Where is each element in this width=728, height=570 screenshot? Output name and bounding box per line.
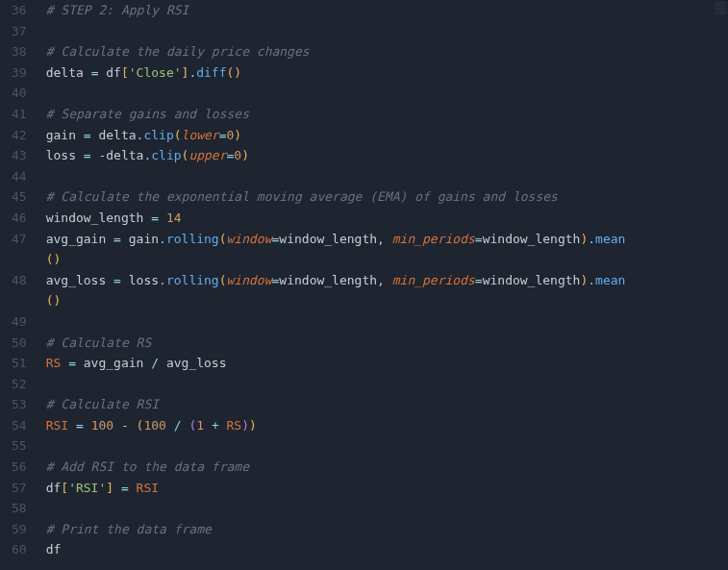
code-line[interactable]: # Calculate RSI bbox=[46, 394, 728, 415]
token-sp bbox=[129, 418, 137, 433]
token-const: RS bbox=[227, 418, 242, 433]
code-line[interactable] bbox=[46, 498, 728, 519]
code-line[interactable]: loss = -delta.clip(upper=0) bbox=[46, 145, 728, 166]
token-sp bbox=[121, 232, 129, 246]
code-line[interactable] bbox=[46, 21, 728, 42]
token-const: RSI bbox=[46, 418, 68, 433]
token-paren: ( bbox=[219, 232, 227, 246]
code-line[interactable]: # Add RSI to the data frame bbox=[46, 457, 728, 478]
token-paren: ( bbox=[174, 128, 182, 142]
code-line[interactable] bbox=[46, 311, 728, 333]
line-number: 42 bbox=[12, 125, 27, 146]
line-number: 53 bbox=[12, 394, 27, 415]
token-eq: = bbox=[475, 232, 483, 246]
minimap-icon bbox=[715, 2, 726, 15]
code-line[interactable]: delta = df['Close'].diff() bbox=[46, 62, 728, 84]
token-ident: loss bbox=[46, 148, 76, 162]
token-sp bbox=[219, 418, 227, 433]
line-number: 50 bbox=[12, 333, 27, 354]
token-sp bbox=[113, 418, 121, 433]
line-number: 39 bbox=[12, 62, 27, 84]
token-comment: # Calculate RS bbox=[46, 335, 152, 350]
code-line[interactable]: # Calculate RS bbox=[46, 333, 728, 354]
token-const: RSI bbox=[137, 481, 159, 495]
code-line[interactable]: df['RSI'] = RSI bbox=[46, 478, 728, 499]
token-ident: gain bbox=[46, 128, 76, 142]
token-eq: = bbox=[84, 128, 91, 142]
code-line[interactable]: # Calculate the daily price changes bbox=[46, 41, 728, 62]
code-line[interactable]: # Calculate the exponential moving avera… bbox=[46, 186, 728, 208]
token-ident: window_length bbox=[483, 273, 581, 287]
token-param: min_periods bbox=[392, 273, 475, 287]
code-editor[interactable]: 3637383940414243444546474849505152535455… bbox=[0, 0, 728, 570]
token-param: upper bbox=[188, 148, 226, 162]
line-number: 47 bbox=[12, 229, 27, 250]
token-sp bbox=[204, 418, 212, 433]
code-line[interactable]: RSI = 100 - (100 / (1 + RS)) bbox=[46, 415, 728, 436]
token-func: rolling bbox=[166, 273, 219, 287]
token-ident: window_length bbox=[46, 211, 144, 225]
code-line[interactable]: RS = avg_gain / avg_loss bbox=[46, 353, 728, 374]
line-number: 43 bbox=[12, 145, 27, 166]
line-number: 55 bbox=[12, 435, 27, 457]
token-ident: avg_loss bbox=[46, 273, 107, 287]
token-comment: # Add RSI to the data frame bbox=[46, 459, 249, 474]
token-ident: delta bbox=[106, 148, 143, 162]
token-eq: = bbox=[84, 148, 91, 162]
code-area[interactable]: # STEP 2: Apply RSI# Calculate the daily… bbox=[35, 0, 728, 570]
line-number: 59 bbox=[12, 519, 27, 540]
line-number: 38 bbox=[12, 41, 27, 62]
code-line[interactable] bbox=[46, 374, 728, 395]
token-sp bbox=[129, 481, 137, 495]
line-number: 57 bbox=[12, 478, 27, 499]
line-number: 37 bbox=[12, 21, 27, 42]
code-line[interactable]: # STEP 2: Apply RSI bbox=[46, 0, 728, 21]
token-sp bbox=[159, 356, 166, 370]
code-line[interactable] bbox=[46, 166, 728, 187]
token-bracket: [ bbox=[61, 481, 68, 495]
token-func: diff bbox=[196, 65, 226, 80]
token-num: 100 bbox=[143, 418, 165, 433]
token-op: - bbox=[121, 418, 129, 433]
token-op: , bbox=[377, 232, 385, 246]
line-number: 60 bbox=[12, 539, 27, 560]
line-number: 44 bbox=[12, 166, 27, 187]
token-ident: df bbox=[46, 481, 62, 495]
token-ident: window_length bbox=[483, 232, 581, 246]
code-line[interactable]: # Print the data frame bbox=[46, 519, 728, 540]
token-eq: = bbox=[121, 481, 129, 495]
token-paren: ) bbox=[53, 252, 61, 266]
code-line[interactable]: df bbox=[46, 539, 728, 560]
token-comment: # Calculate the daily price changes bbox=[46, 44, 310, 59]
token-num: 1 bbox=[196, 418, 204, 433]
code-line[interactable]: () bbox=[46, 290, 728, 311]
token-str: 'RSI' bbox=[68, 481, 106, 495]
code-line[interactable]: window_length = 14 bbox=[46, 208, 728, 229]
token-param: window bbox=[227, 232, 272, 246]
token-paren: ) bbox=[249, 418, 257, 433]
token-sp bbox=[385, 232, 392, 246]
code-line[interactable]: () bbox=[46, 249, 728, 270]
token-ident: gain bbox=[129, 232, 159, 246]
token-comment: # Calculate RSI bbox=[46, 397, 159, 411]
code-line[interactable]: gain = delta.clip(lower=0) bbox=[46, 125, 728, 146]
code-line[interactable] bbox=[46, 435, 728, 457]
token-sp bbox=[76, 128, 84, 142]
token-comment: # Separate gains and losses bbox=[46, 107, 249, 121]
code-line[interactable]: # Separate gains and losses bbox=[46, 104, 728, 125]
token-op: . bbox=[159, 232, 166, 246]
line-number: 36 bbox=[12, 0, 27, 21]
token-op: + bbox=[212, 418, 219, 433]
token-sp bbox=[61, 356, 68, 370]
token-eq: = bbox=[151, 211, 159, 225]
token-paren: ) bbox=[234, 128, 241, 142]
token-func: mean bbox=[595, 232, 625, 246]
token-ident: avg_gain bbox=[84, 356, 144, 370]
token-comment: # Print the data frame bbox=[46, 522, 212, 536]
token-sp bbox=[68, 418, 76, 433]
line-number-gutter: 3637383940414243444546474849505152535455… bbox=[0, 0, 35, 570]
token-op: . bbox=[588, 273, 595, 287]
code-line[interactable] bbox=[46, 83, 728, 104]
code-line[interactable]: avg_gain = gain.rolling(window=window_le… bbox=[46, 229, 728, 250]
code-line[interactable]: avg_loss = loss.rolling(window=window_le… bbox=[46, 270, 728, 291]
